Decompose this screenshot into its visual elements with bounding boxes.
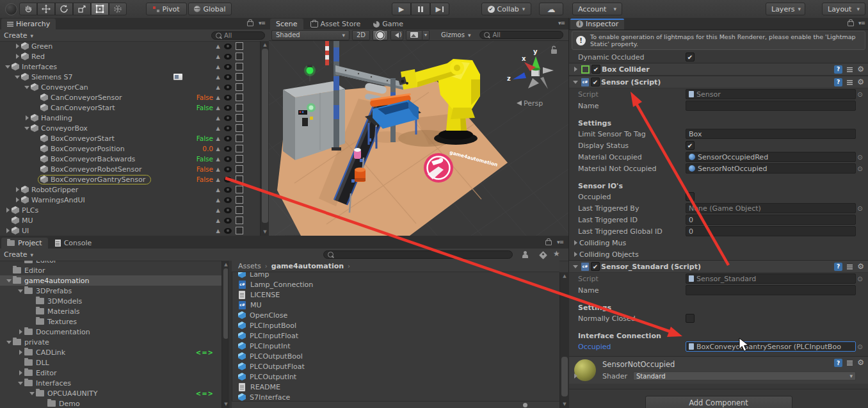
asset-row[interactable]: Lamp	[232, 272, 559, 279]
gear-icon[interactable]	[857, 65, 864, 74]
warning-triangle-icon[interactable]	[213, 64, 223, 70]
foldout-arrow-icon[interactable]	[13, 44, 21, 49]
folder-row[interactable]: 3DPrefabs	[0, 286, 223, 296]
warning-triangle-icon[interactable]	[213, 197, 223, 203]
warning-triangle-icon[interactable]	[213, 95, 223, 101]
visibility-eye-icon[interactable]	[224, 126, 232, 131]
warning-triangle-icon[interactable]	[213, 187, 223, 193]
preset-icon[interactable]	[846, 65, 854, 74]
shader-dropdown[interactable]: Standard	[633, 371, 856, 380]
visibility-eye-icon[interactable]	[224, 228, 232, 234]
component-enabled-checkbox[interactable]	[591, 78, 600, 86]
name-input[interactable]	[686, 101, 856, 111]
foldout-arrow-icon[interactable]	[13, 197, 21, 202]
scroll-down-icon[interactable]: ▼	[560, 402, 569, 407]
material-occupied-field[interactable]: SensorOccupiedRed	[686, 152, 856, 162]
sensor-standard-header[interactable]: Sensor_Standard (Script)	[569, 260, 868, 273]
folder-row[interactable]: Editor	[0, 368, 223, 378]
occupied-checkbox[interactable]	[686, 192, 695, 201]
hierarchy-checkbox[interactable]	[236, 94, 243, 101]
gameobject-entry[interactable]: BoxConveyorPosition	[40, 145, 125, 153]
visibility-eye-icon[interactable]	[224, 187, 232, 193]
script-object-field[interactable]: Sensor_Standard	[686, 273, 856, 284]
folder-row[interactable]: Demo	[0, 398, 223, 408]
transform-tool-button[interactable]	[109, 3, 127, 15]
gameobject-entry[interactable]: CanConveyorSensor	[40, 94, 122, 102]
gameobject-entry[interactable]: ConveyorCan	[31, 83, 88, 92]
foldout-arrow-icon[interactable]	[572, 265, 579, 268]
visibility-eye-icon[interactable]	[224, 115, 232, 121]
foldout-arrow-icon[interactable]	[4, 65, 12, 69]
layers-dropdown[interactable]: Layers	[766, 3, 805, 15]
folder-row[interactable]: Editor	[0, 265, 223, 275]
visibility-eye-icon[interactable]	[224, 85, 232, 90]
visibility-eye-icon[interactable]	[224, 95, 232, 101]
asset-row[interactable]: PLCInputInt	[232, 341, 559, 351]
warning-triangle-icon[interactable]	[213, 208, 223, 213]
tab-project[interactable]: Project	[1, 238, 48, 249]
visibility-eye-icon[interactable]	[224, 218, 232, 224]
folder-row[interactable]: Textures	[0, 316, 223, 327]
visibility-eye-icon[interactable]	[224, 74, 232, 80]
gizmos-dropdown[interactable]: Gizmos	[437, 31, 474, 40]
panel-menu-icon[interactable]	[858, 20, 865, 26]
gameobject-entry[interactable]: Siemens S7	[21, 73, 72, 81]
breadcrumb-folder[interactable]: game4automation	[271, 262, 344, 270]
hierarchy-row[interactable]: CanConveyorSensor False	[0, 92, 260, 102]
warning-triangle-icon[interactable]	[213, 44, 223, 49]
scroll-down-icon[interactable]: ▼	[261, 229, 269, 234]
lock-icon[interactable]	[247, 21, 253, 26]
foldout-arrow-icon[interactable]	[572, 81, 579, 84]
folder-row[interactable]: 3DModels	[0, 296, 223, 306]
asset-row[interactable]: LICENSE	[232, 290, 559, 300]
foldout-arrow-icon[interactable]	[5, 279, 13, 282]
hierarchy-row[interactable]: Handling	[0, 113, 260, 123]
foldout-arrow-icon[interactable]	[4, 208, 12, 213]
hierarchy-checkbox[interactable]	[236, 145, 243, 152]
scene-viewport[interactable]: game4automation y x z	[269, 41, 568, 236]
hierarchy-checkbox[interactable]	[236, 216, 243, 224]
move-tool-button[interactable]	[37, 3, 55, 15]
limit-sensor-input[interactable]: Box	[686, 129, 856, 139]
foldout-arrow-icon[interactable]	[23, 127, 31, 130]
folder-row[interactable]: Editor	[0, 261, 223, 265]
gameobject-entry[interactable]: WarningsAndUI	[21, 196, 85, 204]
scroll-up-icon[interactable]: ▲	[560, 273, 569, 279]
gameobject-entry[interactable]: BoxConveyorRobotSensor	[40, 165, 141, 174]
material-not-occupied-field[interactable]: SensorNotOccupied	[686, 163, 856, 174]
help-icon[interactable]	[834, 263, 842, 271]
warning-triangle-icon[interactable]	[213, 167, 223, 172]
asset-row[interactable]: OpenClose	[232, 310, 559, 320]
asset-row[interactable]: README	[232, 382, 559, 392]
lighting-toggle-button[interactable]	[373, 30, 388, 40]
preset-icon[interactable]	[846, 359, 854, 367]
display-status-checkbox[interactable]	[686, 141, 695, 150]
tab-game[interactable]: Game	[367, 19, 409, 29]
hierarchy-row[interactable]: ConveyorCan	[0, 82, 260, 92]
material-preview-header[interactable]: SensorNotOccupied Shader Standard	[569, 356, 868, 384]
foldout-arrow-icon[interactable]	[17, 370, 24, 375]
foldout-arrow-icon[interactable]	[13, 76, 21, 79]
hierarchy-row[interactable]: UI	[0, 225, 260, 236]
effects-dropdown[interactable]: ▾	[422, 30, 430, 40]
hierarchy-checkbox[interactable]	[236, 124, 243, 132]
visibility-eye-icon[interactable]	[224, 54, 232, 60]
preview-foldout-icon[interactable]	[572, 373, 579, 379]
asset-row[interactable]: PLCOutputFloat	[232, 361, 559, 371]
account-dropdown[interactable]: Account	[572, 3, 622, 15]
hierarchy-row[interactable]: RobotGripper	[0, 184, 260, 195]
global-toggle-button[interactable]: Global	[188, 3, 232, 15]
folder-row[interactable]: private	[0, 337, 223, 347]
foldout-arrow-icon[interactable]	[5, 341, 13, 344]
shading-mode-dropdown[interactable]: Shaded	[271, 30, 350, 40]
hierarchy-checkbox[interactable]	[236, 206, 243, 214]
lock-icon[interactable]	[848, 21, 854, 26]
gameobject-entry[interactable]: BoxConveyorBackwards	[40, 155, 135, 163]
warning-triangle-icon[interactable]	[213, 177, 223, 183]
2d-toggle-button[interactable]: 2D	[352, 30, 370, 40]
hierarchy-checkbox[interactable]	[236, 114, 243, 122]
lock-icon[interactable]	[545, 240, 552, 245]
rect-tool-button[interactable]	[91, 3, 109, 15]
hierarchy-row[interactable]: PLCs	[0, 205, 260, 215]
last-triggered-by-field[interactable]: None (Game Object)	[686, 203, 856, 213]
